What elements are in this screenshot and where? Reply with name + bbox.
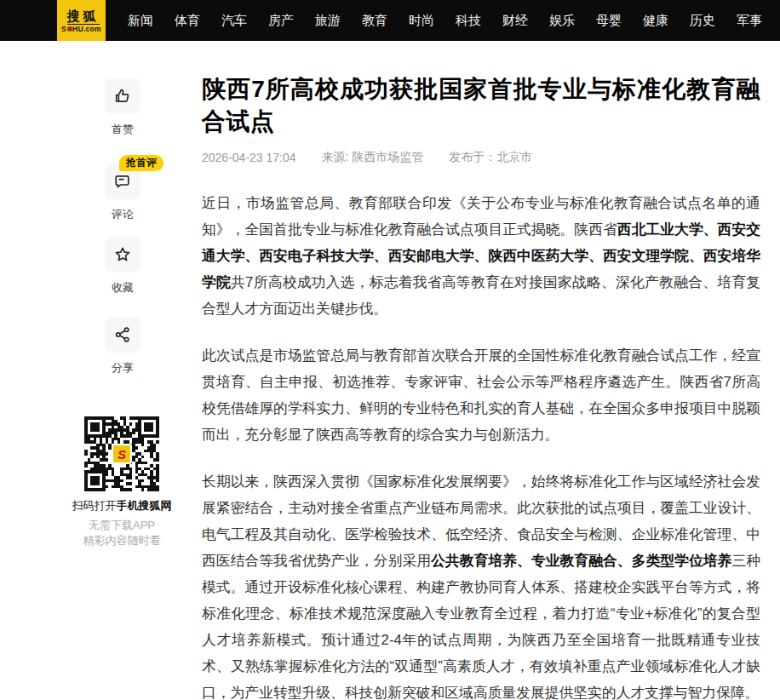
qr-subtext: 无需下载APP精彩内容随时看: [69, 518, 175, 548]
comment-button[interactable]: 抢首评: [105, 164, 141, 199]
action-share: 分享: [105, 317, 141, 376]
share-icon: [112, 324, 133, 345]
article-paragraph: 近日，市场监管总局、教育部联合印发《关于公布专业与标准化教育融合试点名单的通知》…: [202, 190, 760, 322]
share-button[interactable]: [105, 317, 141, 353]
nav-item-体育[interactable]: 体育: [175, 13, 200, 29]
logo-char: 狐: [83, 9, 100, 25]
fox-o-icon: [67, 26, 72, 32]
nav-item-军事[interactable]: 军事: [737, 13, 762, 29]
publish-date: 2026-04-23 17:04: [202, 151, 296, 164]
paragraph-segment: 共7所高校成功入选，标志着我省高等教育在对接国家战略、深化产教融合、培育复合型人…: [202, 274, 760, 317]
article-meta: 2026-04-23 17:04 来源: 陕西市场监管 发布于：北京市: [202, 150, 760, 165]
article: 陕西7所高校成功获批国家首批专业与标准化教育融合试点 2026-04-23 17…: [202, 73, 760, 700]
nav-item-历史[interactable]: 历史: [690, 13, 715, 29]
nav-item-汽车[interactable]: 汽车: [221, 13, 247, 29]
paragraph-segment: 三种模式。通过开设标准化核心课程、构建产教协同育人体系、搭建校企实践平台等方式，…: [202, 553, 760, 700]
share-label: 分享: [105, 360, 141, 376]
nav-item-财经[interactable]: 财经: [502, 13, 528, 29]
like-label: 首赞: [105, 122, 141, 137]
action-favorite: 收藏: [105, 237, 141, 295]
nav-item-新闻[interactable]: 新闻: [128, 13, 153, 29]
nav-item-健康[interactable]: 健康: [643, 13, 668, 29]
qr-block: S 扫码打开手机搜狐网 无需下载APP精彩内容随时看: [69, 416, 175, 548]
top-nav: 新闻体育汽车房产旅游教育时尚科技财经娱乐母婴健康历史军事: [128, 0, 762, 41]
paragraph-segment: 此次试点是市场监管总局与教育部首次联合开展的全国性标准化教育融合试点工作，经宣贯…: [202, 347, 760, 443]
favorite-button[interactable]: [105, 237, 141, 273]
publish-location: 发布于：北京市: [449, 150, 532, 165]
article-source[interactable]: 来源: 陕西市场监管: [322, 150, 424, 165]
qr-caption: 扫码打开手机搜狐网: [69, 498, 175, 514]
nav-item-母婴[interactable]: 母婴: [596, 13, 622, 29]
sohu-logo-domain: SHU.com: [61, 25, 101, 33]
article-paragraph: 此次试点是市场监管总局与教育部首次联合开展的全国性标准化教育融合试点工作，经宣贯…: [202, 342, 760, 448]
action-comment: 抢首评评论: [105, 164, 141, 222]
logo-char: 搜: [67, 9, 83, 25]
sohu-qr-logo-icon: S: [112, 444, 132, 464]
qr-code: S: [84, 416, 159, 491]
nav-item-旅游[interactable]: 旅游: [315, 13, 341, 29]
article-body: 近日，市场监管总局、教育部联合印发《关于公布专业与标准化教育融合试点名单的通知》…: [202, 190, 760, 700]
top-header: 搜狐 SHU.com 新闻体育汽车房产旅游教育时尚科技财经娱乐母婴健康历史军事: [0, 0, 780, 41]
nav-item-时尚[interactable]: 时尚: [409, 13, 434, 29]
first-comment-badge[interactable]: 抢首评: [119, 155, 163, 171]
like-button[interactable]: [105, 78, 141, 114]
nav-item-科技[interactable]: 科技: [456, 13, 481, 29]
sohu-logo[interactable]: 搜狐 SHU.com: [57, 0, 106, 41]
nav-item-娱乐[interactable]: 娱乐: [549, 13, 575, 29]
paragraph-bold-segment: 公共教育培养、专业教育融合、多类型学位培养: [431, 553, 731, 569]
article-title: 陕西7所高校成功获批国家首批专业与标准化教育融合试点: [202, 73, 760, 138]
nav-item-房产[interactable]: 房产: [268, 13, 294, 29]
comment-icon: [112, 171, 133, 192]
sohu-logo-wordmark: 搜狐: [64, 9, 100, 23]
star-icon: [112, 244, 133, 265]
action-like: 首赞: [105, 78, 141, 137]
favorite-label: 收藏: [105, 280, 141, 295]
nav-item-教育[interactable]: 教育: [362, 13, 387, 29]
thumbs-up-icon: [112, 86, 133, 106]
article-paragraph: 长期以来，陕西深入贯彻《国家标准化发展纲要》，始终将标准化工作与区域经济社会发展…: [202, 468, 760, 700]
comment-label: 评论: [105, 207, 141, 222]
